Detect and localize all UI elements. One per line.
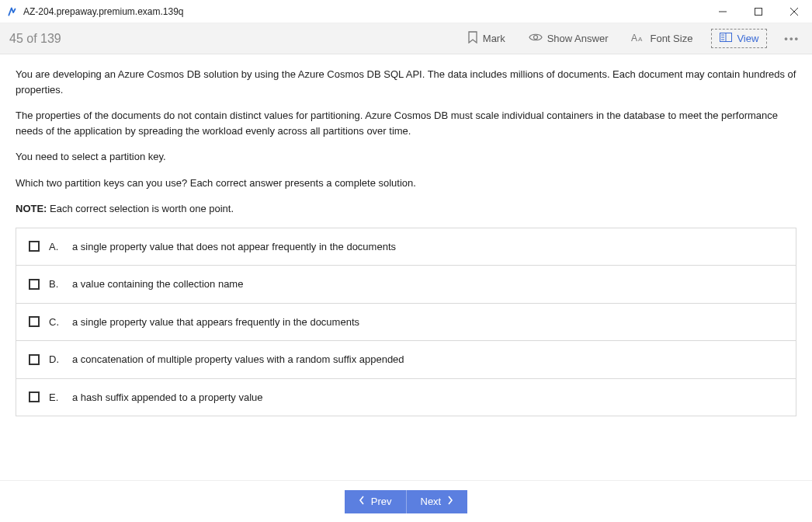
checkbox-icon[interactable] <box>29 392 40 402</box>
question-paragraph: You need to select a partition key. <box>16 149 796 165</box>
next-label: Next <box>421 496 442 507</box>
checkbox-icon[interactable] <box>29 241 40 252</box>
svg-rect-1 <box>755 8 762 15</box>
question-paragraph: Which two partition keys can you use? Ea… <box>16 176 796 191</box>
svg-text:A: A <box>631 33 637 43</box>
chevron-left-icon <box>359 496 365 507</box>
close-button[interactable] <box>776 0 812 23</box>
chevron-right-icon <box>447 496 453 507</box>
window-title: AZ-204.prepaway.premium.exam.139q <box>23 6 184 17</box>
title-bar: AZ-204.prepaway.premium.exam.139q <box>0 0 812 23</box>
option-text: a value containing the collection name <box>72 277 243 292</box>
option-letter: D. <box>49 352 63 367</box>
window-controls <box>705 0 812 23</box>
font-size-button[interactable]: AA Font Size <box>626 29 697 48</box>
option-letter: A. <box>49 239 63 255</box>
option-b[interactable]: B. a value containing the collection nam… <box>16 266 796 304</box>
font-size-icon: AA <box>631 32 645 45</box>
question-note: NOTE: Each correct selection is worth on… <box>16 201 796 217</box>
svg-point-4 <box>533 36 537 40</box>
option-letter: C. <box>49 315 63 330</box>
font-size-label: Font Size <box>650 33 692 44</box>
option-text: a single property value that appears fre… <box>72 315 359 330</box>
question-paragraph: The properties of the documents do not c… <box>16 108 796 138</box>
checkbox-icon[interactable] <box>29 316 40 327</box>
note-text: Each correct selection is worth one poin… <box>47 203 234 214</box>
minimize-button[interactable] <box>705 0 741 23</box>
question-content: You are developing an Azure Cosmos DB so… <box>0 54 812 480</box>
option-letter: E. <box>49 390 63 405</box>
maximize-button[interactable] <box>741 0 776 23</box>
svg-text:A: A <box>638 36 643 43</box>
mark-button[interactable]: Mark <box>463 28 510 49</box>
bookmark-icon <box>467 31 478 46</box>
view-button[interactable]: View <box>711 29 767 48</box>
nav-buttons: Prev Next <box>345 490 467 513</box>
question-paragraph: You are developing an Azure Cosmos DB so… <box>16 67 796 97</box>
option-text: a hash suffix appended to a property val… <box>72 390 263 405</box>
note-label: NOTE: <box>16 203 47 214</box>
prev-label: Prev <box>371 496 392 507</box>
toolbar: 45 of 139 Mark Show Answer AA Font Size … <box>0 23 812 54</box>
option-e[interactable]: E. a hash suffix appended to a property … <box>16 379 796 416</box>
show-answer-label: Show Answer <box>547 33 609 44</box>
checkbox-icon[interactable] <box>29 279 40 290</box>
option-text: a concatenation of multiple property val… <box>72 352 404 367</box>
option-text: a single property value that does not ap… <box>72 239 396 255</box>
options-list: A. a single property value that does not… <box>16 228 796 417</box>
view-icon <box>720 33 732 44</box>
eye-icon <box>529 32 543 45</box>
option-d[interactable]: D. a concatenation of multiple property … <box>16 341 796 379</box>
option-letter: B. <box>49 277 63 292</box>
option-a[interactable]: A. a single property value that does not… <box>16 228 796 266</box>
footer: Prev Next <box>0 480 812 522</box>
option-c[interactable]: C. a single property value that appears … <box>16 304 796 342</box>
show-answer-button[interactable]: Show Answer <box>524 29 613 48</box>
mark-label: Mark <box>483 33 505 44</box>
view-label: View <box>737 33 758 44</box>
prev-button[interactable]: Prev <box>345 490 407 513</box>
more-button[interactable]: ••• <box>781 33 803 44</box>
app-icon <box>6 5 19 18</box>
checkbox-icon[interactable] <box>29 354 40 365</box>
question-counter: 45 of 139 <box>9 32 61 46</box>
next-button[interactable]: Next <box>407 490 468 513</box>
